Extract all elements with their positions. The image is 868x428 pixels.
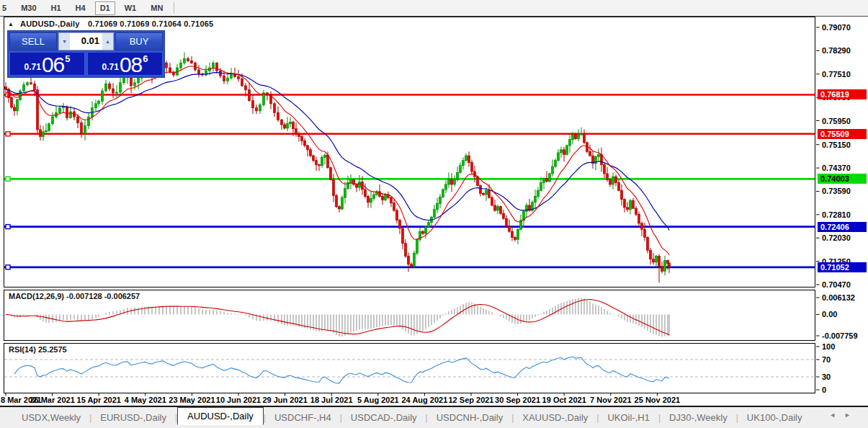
macd-tick-label: 0.006132 xyxy=(822,293,855,303)
price-level-badge: 0.76819 xyxy=(818,89,867,99)
timeframe-button-MN[interactable]: MN xyxy=(146,1,168,15)
date-tick-label: 18 Jul 2021 xyxy=(310,396,353,404)
chart-symbol-label: AUDUSD-,Daily xyxy=(20,19,80,28)
volume-up-button[interactable]: ▲ xyxy=(102,33,113,50)
volume-stepper: ▼ 0.01 ▲ xyxy=(58,32,114,50)
chart-tab-bar: USDX,Weekly|EURUSD-,Daily|AUDUSD-,Daily|… xyxy=(0,406,868,428)
chart-tab-usdx-weekly[interactable]: USDX,Weekly xyxy=(13,410,89,425)
sell-price-button[interactable]: 0.71 06 5 xyxy=(9,52,85,76)
date-tick-label: 29 Jun 2021 xyxy=(262,396,307,404)
date-tick-label: 4 May 2021 xyxy=(125,396,166,404)
hline-handle-0.75509[interactable] xyxy=(6,132,10,136)
sell-price-big: 06 xyxy=(42,54,64,75)
date-tick-label: 30 Sep 2021 xyxy=(495,396,540,404)
price-level-badge: 0.72406 xyxy=(818,222,867,232)
chart-tab-usdcnh-daily[interactable]: USDCNH-,Daily xyxy=(428,410,511,425)
price-tick-label: 0.75950 xyxy=(822,116,851,126)
chart-tab-uk100-daily[interactable]: UK100-,Daily xyxy=(738,410,811,425)
price-tick-label: 0.79070 xyxy=(822,22,851,32)
tab-scroll-arrows[interactable]: ◄► xyxy=(829,411,859,419)
chart-ohlc-values: 0.71069 0.71069 0.71064 0.71065 xyxy=(88,19,213,28)
timeframe-button-W1[interactable]: W1 xyxy=(120,1,142,15)
price-tick-label: 0.74370 xyxy=(822,163,851,173)
date-tick-label: 19 Oct 2021 xyxy=(542,396,586,404)
date-tick-label: 7 Nov 2021 xyxy=(590,396,631,404)
price-tick-label: 0.72810 xyxy=(822,210,851,220)
price-tick-label: 0.70470 xyxy=(822,280,851,290)
macd-indicator-label: MACD(12,26,9) -0.007128 -0.006257 xyxy=(9,292,140,300)
price-level-badge: 0.74003 xyxy=(818,174,867,184)
chart-tab-eurusd-daily[interactable]: EURUSD-,Daily xyxy=(91,410,175,425)
price-tick-label: 0.75150 xyxy=(822,140,851,150)
sell-price-prefix: 0.71 xyxy=(24,62,41,72)
hline-handle-0.71052[interactable] xyxy=(6,265,10,269)
date-tick-label: 24 Aug 2021 xyxy=(401,396,447,404)
toolbar-divider xyxy=(174,2,174,14)
sell-button[interactable]: SELL xyxy=(9,32,57,50)
buy-price-button[interactable]: 0.71 08 6 xyxy=(87,52,163,76)
chart-tab-ukoil-h1[interactable]: UKOil-,H1 xyxy=(599,410,658,425)
volume-input[interactable]: 0.01 xyxy=(70,33,102,50)
rsi-indicator-label: RSI(14) 25.2575 xyxy=(9,345,67,354)
collapse-arrow-icon[interactable]: ▲ xyxy=(8,21,14,27)
chart-tab-xauusd-daily[interactable]: XAUUSD-,Daily xyxy=(514,410,596,425)
price-tick-label: 0.78290 xyxy=(822,45,851,55)
price-level-badge: 0.71052 xyxy=(818,262,867,272)
buy-price-prefix: 0.71 xyxy=(102,62,119,72)
date-tick-label: 15 Apr 2021 xyxy=(77,396,121,404)
chart-tab-dj30-weekly[interactable]: DJ30-,Weekly xyxy=(661,410,736,425)
date-tick-label: 25 Nov 2021 xyxy=(635,396,681,404)
rsi-tick-label: 0 xyxy=(822,385,826,395)
one-click-trade-panel: SELL ▼ 0.01 ▲ BUY 0.71 06 5 0.71 08 6 xyxy=(7,30,165,78)
price-tick-label: 0.72030 xyxy=(822,233,851,243)
timeframe-button-D1[interactable]: D1 xyxy=(95,1,115,15)
chart-tab-usdchf-h4[interactable]: USDCHF-,H4 xyxy=(266,410,340,425)
timeframe-button-M30[interactable]: M30 xyxy=(16,1,41,15)
price-tick-label: 0.77510 xyxy=(822,69,851,79)
hline-handle-0.74003[interactable] xyxy=(6,177,10,181)
timeframe-button-5[interactable]: 5 xyxy=(0,1,12,15)
timeframe-toolbar: 5M30H1H4D1W1MN xyxy=(0,0,868,17)
rsi-tick-label: 100 xyxy=(822,342,835,352)
rsi-tick-label: 30 xyxy=(822,372,831,382)
chart-window[interactable]: ▲ AUDUSD-,Daily 0.71069 0.71069 0.71064 … xyxy=(0,16,868,406)
price-tick-label: 0.73590 xyxy=(822,186,851,196)
timeframe-button-H1[interactable]: H1 xyxy=(46,1,66,15)
date-tick-label: 12 Sep 2021 xyxy=(449,396,494,404)
buy-price-big: 08 xyxy=(120,54,142,75)
terminal-window: 5M30H1H4D1W1MN ▲ AUDUSD-,Daily 0.71069 0… xyxy=(0,0,868,428)
buy-price-sup: 6 xyxy=(143,53,148,64)
timeframe-button-H4[interactable]: H4 xyxy=(71,1,91,15)
hline-handle-0.72406[interactable] xyxy=(6,225,10,229)
chart-title: ▲ AUDUSD-,Daily 0.71069 0.71069 0.71064 … xyxy=(8,19,213,28)
date-tick-label: 23 May 2021 xyxy=(169,396,215,404)
tab-scroll-right-icon[interactable]: ► xyxy=(844,411,859,419)
sell-price-sup: 5 xyxy=(65,53,70,64)
chart-tab-usdcad-daily[interactable]: USDCAD-,Daily xyxy=(342,410,426,425)
price-level-badge: 0.75509 xyxy=(818,129,867,139)
buy-button[interactable]: BUY xyxy=(115,32,163,50)
macd-tick-label: 0.00 xyxy=(822,309,837,319)
tab-scroll-left-icon[interactable]: ◄ xyxy=(829,411,844,419)
rsi-tick-label: 70 xyxy=(822,355,831,365)
date-tick-label: 10 Jun 2021 xyxy=(216,396,261,404)
chart-tab-audusd-daily[interactable]: AUDUSD-,Daily xyxy=(177,407,264,425)
macd-tick-label: -0.007759 xyxy=(822,331,858,341)
date-tick-label: 26 Mar 2021 xyxy=(30,396,74,404)
volume-down-button[interactable]: ▼ xyxy=(59,33,70,50)
date-tick-label: 5 Aug 2021 xyxy=(357,396,399,404)
